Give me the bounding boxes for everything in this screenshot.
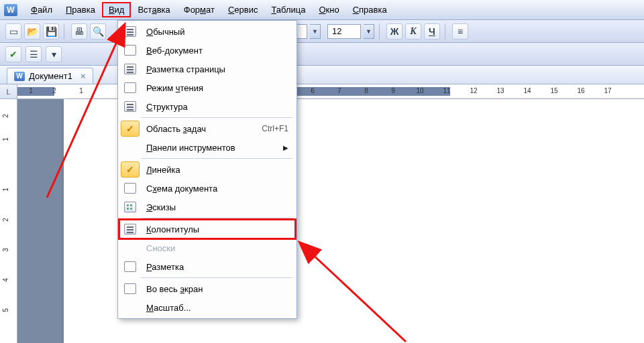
menuitem--[interactable]: Режим чтения bbox=[119, 78, 295, 97]
menuitem-label: Колонтитулы bbox=[146, 224, 288, 234]
dropdown-button[interactable]: ▾ bbox=[46, 46, 62, 62]
ruler-number: 8 bbox=[364, 87, 368, 94]
ruler-number: 1 bbox=[2, 137, 9, 141]
menuitem-label: Эскизы bbox=[146, 202, 288, 212]
menuitem-label: Во весь экран bbox=[146, 284, 288, 294]
toolbar-standard: ▭ 📂 💾 🖶 🔍 Times New Roman ▼ 12 ▼ Ж К Ч ≡ bbox=[0, 20, 644, 43]
ruler-number: 2 bbox=[52, 87, 56, 94]
menuitem--[interactable]: Разметка bbox=[119, 257, 295, 276]
align-button[interactable]: ≡ bbox=[452, 23, 468, 40]
menu-таблица[interactable]: Таблица bbox=[264, 2, 312, 17]
menuitem--[interactable]: Эскизы bbox=[119, 198, 295, 216]
print-button[interactable]: 🖶 bbox=[71, 23, 87, 40]
ruler-number: 3 bbox=[2, 248, 9, 252]
ruler-number: 1 bbox=[2, 188, 9, 192]
menuitem-label: Веб-документ bbox=[146, 46, 288, 56]
menu-вид[interactable]: Вид bbox=[102, 2, 131, 17]
preview-button[interactable]: 🔍 bbox=[90, 23, 106, 40]
doc-tab-title: Документ1 bbox=[29, 71, 72, 81]
separator bbox=[64, 23, 66, 40]
lines-icon bbox=[124, 224, 136, 234]
ruler-number: 6 bbox=[311, 87, 315, 94]
task-button[interactable]: ☰ bbox=[25, 46, 42, 62]
menuitem-label: Масштаб... bbox=[146, 303, 288, 313]
menuitem--[interactable]: Колонтитулы bbox=[119, 220, 295, 238]
font-size-value: 12 bbox=[332, 26, 341, 36]
bold-button[interactable]: Ж bbox=[386, 23, 402, 40]
ruler-number: 1 bbox=[79, 87, 83, 94]
vertical-ruler: L 2112345 bbox=[0, 84, 17, 343]
menuitem-label: Панели инструментов bbox=[146, 143, 276, 153]
doc-tab[interactable]: W Документ1 × bbox=[7, 68, 93, 84]
blank-icon bbox=[124, 183, 136, 194]
lines-icon bbox=[124, 64, 136, 74]
menuitem--[interactable]: ✓Область задачCtrl+F1 bbox=[119, 119, 295, 138]
blank-icon bbox=[124, 261, 136, 272]
menuitem-label: Структура bbox=[146, 102, 288, 112]
shortcut-label: Ctrl+F1 bbox=[262, 124, 288, 133]
menuitem-label: Сноски bbox=[146, 243, 288, 253]
font-size-dropdown-icon[interactable]: ▼ bbox=[364, 24, 374, 39]
menuitem--[interactable]: ✓Линейка bbox=[119, 160, 295, 179]
ruler-number: 15 bbox=[550, 87, 557, 94]
ruler-number: 2 bbox=[2, 218, 9, 222]
word-doc-icon: W bbox=[14, 72, 25, 81]
workspace: L 2112345 121567891011121314151617 bbox=[0, 84, 644, 343]
menuitem--[interactable]: Схема документа bbox=[119, 179, 295, 198]
ruler-number: 4 bbox=[2, 278, 9, 282]
ruler-number: 7 bbox=[337, 87, 341, 94]
menu-справка[interactable]: Справка bbox=[346, 2, 394, 17]
check-icon: ✓ bbox=[126, 123, 134, 134]
menuitem--[interactable]: Разметка страницы bbox=[119, 60, 295, 78]
new-doc-button[interactable]: ▭ bbox=[5, 23, 21, 40]
ruler-number: 9 bbox=[391, 87, 395, 94]
menu-divider bbox=[141, 218, 292, 218]
open-button[interactable]: 📂 bbox=[24, 23, 40, 40]
ruler-number: 5 bbox=[2, 308, 9, 312]
blank-icon bbox=[124, 283, 136, 294]
menu-вставка[interactable]: Вставка bbox=[131, 2, 176, 17]
font-name-dropdown-icon[interactable]: ▼ bbox=[310, 24, 321, 39]
save-button[interactable]: 💾 bbox=[43, 23, 59, 40]
ruler-corner: L bbox=[0, 84, 17, 99]
ruler-number: 1 bbox=[29, 87, 33, 94]
menuitem--[interactable]: Масштаб... bbox=[119, 298, 295, 317]
italic-button[interactable]: К bbox=[405, 23, 421, 40]
font-size-combo[interactable]: 12 bbox=[327, 24, 361, 39]
menuitem--: Сноски bbox=[119, 238, 295, 257]
ruler-number: 16 bbox=[577, 87, 584, 94]
ruler-number: 14 bbox=[523, 87, 531, 94]
underline-button[interactable]: Ч bbox=[424, 23, 440, 40]
close-tab-icon[interactable]: × bbox=[80, 71, 86, 81]
ruler-number: 13 bbox=[496, 87, 504, 94]
menu-правка[interactable]: Правка bbox=[59, 2, 102, 17]
separator bbox=[445, 23, 447, 40]
menuitem--[interactable]: Панели инструментов▶ bbox=[119, 138, 295, 157]
accept-button[interactable]: ✔ bbox=[5, 46, 21, 62]
menuitem--[interactable]: Во весь экран bbox=[119, 279, 295, 298]
ruler-number: 10 bbox=[416, 87, 423, 94]
menuitem--[interactable]: Структура bbox=[119, 97, 295, 116]
submenu-arrow-icon: ▶ bbox=[283, 144, 288, 151]
menuitem--[interactable]: Обычный bbox=[119, 22, 295, 41]
page-gutter bbox=[17, 99, 64, 343]
menu-окно[interactable]: Окно bbox=[312, 2, 345, 17]
check-icon: ✓ bbox=[126, 164, 134, 175]
lines-icon bbox=[124, 101, 136, 112]
ruler-number: 2 bbox=[2, 114, 9, 118]
menubar: W ФайлПравкаВидВставкаФорматСервисТаблиц… bbox=[0, 0, 644, 20]
menu-файл[interactable]: Файл bbox=[24, 2, 59, 17]
blank-icon bbox=[124, 45, 136, 56]
menuitem-label: Разметка bbox=[146, 262, 288, 272]
blank-icon bbox=[124, 82, 136, 93]
view-menu-dropdown: ОбычныйВеб-документРазметка страницыРежи… bbox=[117, 20, 297, 319]
menu-divider bbox=[141, 117, 292, 118]
menu-сервис[interactable]: Сервис bbox=[221, 2, 265, 17]
ruler-number: 12 bbox=[470, 87, 477, 94]
menuitem-label: Обычный bbox=[146, 27, 288, 37]
menu-divider bbox=[141, 158, 292, 159]
menuitem-label: Режим чтения bbox=[146, 83, 288, 93]
menuitem--[interactable]: Веб-документ bbox=[119, 41, 295, 60]
menu-формат[interactable]: Формат bbox=[177, 2, 221, 17]
menuitem-label: Область задач bbox=[146, 124, 255, 134]
